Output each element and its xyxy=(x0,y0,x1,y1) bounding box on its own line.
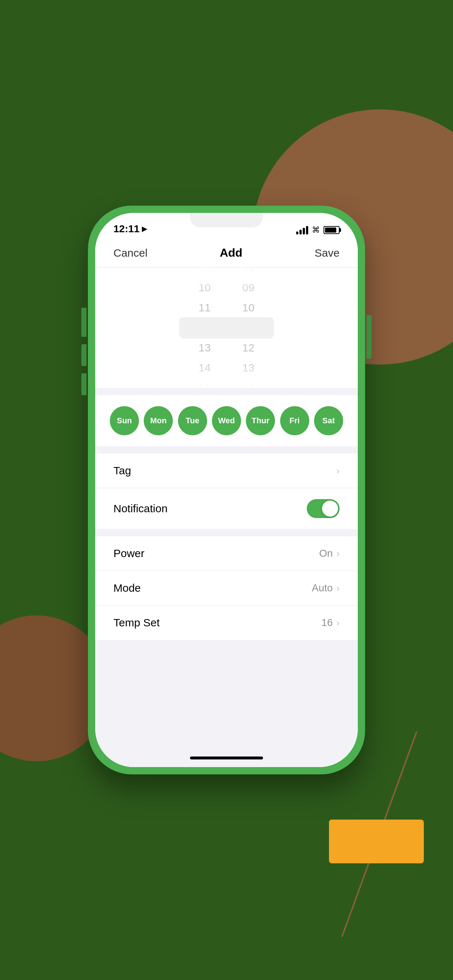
temp-value: 16 xyxy=(321,617,333,628)
mode-label: Mode xyxy=(113,582,141,594)
status-time: 12:11 ▶ xyxy=(113,223,147,235)
cancel-button[interactable]: Cancel xyxy=(113,247,147,259)
toggle-knob xyxy=(322,501,338,517)
divider-1 xyxy=(95,388,358,395)
phone-frame: 12:11 ▶ ⌘ Cancel Add Save xyxy=(88,205,365,775)
time-display: 12:11 xyxy=(113,223,140,235)
power-value: On xyxy=(319,547,333,559)
power-row[interactable]: Power On › xyxy=(95,536,358,571)
mode-value: Auto xyxy=(312,582,333,594)
tag-chevron: › xyxy=(336,465,340,477)
min-10: 10 xyxy=(226,298,270,318)
picker-highlight xyxy=(179,317,274,338)
temp-chevron: › xyxy=(336,617,340,628)
hour-13: 13 xyxy=(183,338,226,358)
settings-section: Tag › Notification xyxy=(95,453,358,529)
min-09: 09 xyxy=(226,278,270,298)
tag-right: › xyxy=(336,465,340,477)
navigation-bar: Cancel Add Save xyxy=(95,239,358,267)
day-mon[interactable]: Mon xyxy=(144,406,173,435)
hour-15: 15 xyxy=(183,378,226,388)
mode-chevron: › xyxy=(336,582,340,594)
power-label: Power xyxy=(113,547,144,560)
picker-container: 09 10 11 12 13 14 15 08 09 10 11 12 13 1… xyxy=(95,275,358,380)
temp-row[interactable]: Temp Set 16 › xyxy=(95,606,358,640)
location-icon: ▶ xyxy=(142,225,147,233)
volume-down-button[interactable] xyxy=(81,373,86,395)
days-row: Sun Mon Tue Wed Thur Fri Sat xyxy=(110,406,343,435)
temp-label: Temp Set xyxy=(113,617,160,629)
day-thur[interactable]: Thur xyxy=(246,406,275,435)
notification-toggle[interactable] xyxy=(307,499,340,518)
volume-up-button[interactable] xyxy=(81,344,86,366)
bottom-spacer xyxy=(95,640,358,749)
min-14: 14 xyxy=(226,378,270,388)
notch xyxy=(190,213,263,228)
hour-14: 14 xyxy=(183,358,226,378)
day-fri[interactable]: Fri xyxy=(280,406,309,435)
tag-row[interactable]: Tag › xyxy=(95,453,358,488)
temp-right: 16 › xyxy=(321,617,340,628)
day-tue[interactable]: Tue xyxy=(178,406,207,435)
home-bar xyxy=(190,757,263,759)
battery-icon xyxy=(324,226,340,234)
day-sun[interactable]: Sun xyxy=(110,406,139,435)
day-wed[interactable]: Wed xyxy=(212,406,241,435)
min-08: 08 xyxy=(226,267,270,278)
hour-10: 10 xyxy=(183,278,226,298)
days-section: Sun Mon Tue Wed Thur Fri Sat xyxy=(95,395,358,446)
signal-icon xyxy=(296,226,308,234)
save-button[interactable]: Save xyxy=(315,247,340,259)
hour-11: 11 xyxy=(183,298,226,318)
hour-09: 09 xyxy=(183,267,226,278)
min-13: 13 xyxy=(226,358,270,378)
device-settings-section: Power On › Mode Auto › Temp Set 16 xyxy=(95,536,358,640)
divider-3 xyxy=(95,529,358,536)
page-title: Add xyxy=(220,246,242,259)
orange-rectangle xyxy=(329,819,424,863)
status-icons: ⌘ xyxy=(296,225,340,235)
tag-label: Tag xyxy=(113,465,131,477)
phone-screen: 12:11 ▶ ⌘ Cancel Add Save xyxy=(95,213,358,767)
divider-2 xyxy=(95,446,358,453)
notification-row[interactable]: Notification xyxy=(95,488,358,529)
mode-row[interactable]: Mode Auto › xyxy=(95,571,358,606)
min-12: 12 xyxy=(226,338,270,358)
day-sat[interactable]: Sat xyxy=(314,406,343,435)
power-right: On › xyxy=(319,547,340,559)
notification-label: Notification xyxy=(113,503,167,515)
mode-right: Auto › xyxy=(312,582,340,594)
wifi-icon: ⌘ xyxy=(312,225,320,235)
time-picker[interactable]: 09 10 11 12 13 14 15 08 09 10 11 12 13 1… xyxy=(95,267,358,388)
home-indicator xyxy=(95,749,358,767)
power-chevron: › xyxy=(336,548,340,559)
